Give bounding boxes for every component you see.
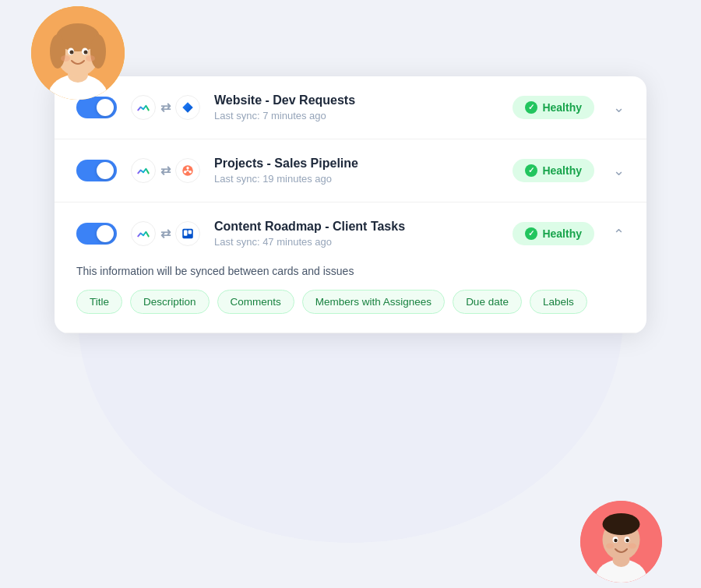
tag-description: Description [130,290,210,314]
trello-icon [175,221,200,246]
integration-name-website: Website - Dev Requests [214,93,498,107]
chevron-content[interactable]: ⌄ [613,225,625,242]
tags-row: Title Description Comments Members with … [76,290,625,314]
hubspot-icon [175,158,200,183]
avatar-bottom [580,501,662,583]
scene: ⇄ Website - Dev Requests [16,14,685,575]
sync-arrows-1: ⇄ [160,100,171,114]
integration-sync-website: Last sync: 7 minutes ago [214,110,498,121]
integration-info-website: Website - Dev Requests Last sync: 7 minu… [214,93,498,121]
toggle-content[interactable] [76,223,117,245]
chevron-website[interactable]: ⌄ [613,99,625,116]
health-badge-content: Healthy [513,222,594,245]
svg-point-31 [625,538,629,541]
integration-sync-sales: Last sync: 19 minutes ago [214,173,498,185]
svg-point-9 [70,50,74,54]
svg-rect-22 [188,230,192,234]
avatar-bottom-image [580,501,662,583]
integration-name-sales: Projects - Sales Pipeline [214,157,498,171]
health-badge-sales: Healthy [513,159,594,182]
svg-rect-21 [184,230,188,235]
sync-info-text: This information will be synced between … [76,265,625,277]
avatar-top-image [31,6,125,100]
health-label-website: Healthy [542,101,582,114]
svg-point-33 [629,543,636,548]
svg-point-6 [90,34,106,69]
main-card: ⇄ Website - Dev Requests [55,76,646,333]
health-label-content: Healthy [542,227,582,240]
sync-arrows-3: ⇄ [160,226,171,241]
clickup-icon-2 [131,158,156,183]
clickup-icon [131,95,156,120]
svg-point-32 [606,543,614,548]
tag-due-date: Due date [453,290,522,314]
integration-row-sales: ⇄ Projects - Sales Pipeline La [55,139,646,202]
health-dot-website [525,101,537,114]
expanded-content: This information will be synced between … [55,265,646,333]
clickup-icon-3 [131,221,156,246]
tag-title: Title [76,290,122,314]
svg-point-12 [86,55,95,62]
toggle-sales[interactable] [76,160,117,181]
tag-comments: Comments [217,290,294,314]
avatar-top [31,6,125,100]
sync-arrows-2: ⇄ [160,163,171,178]
health-badge-website: Healthy [513,96,594,119]
chevron-sales[interactable]: ⌄ [613,162,625,179]
svg-point-27 [603,513,640,535]
health-dot-sales [525,164,537,177]
tag-labels: Labels [530,290,587,314]
svg-point-14 [186,166,188,168]
integration-row-website: ⇄ Website - Dev Requests [55,76,646,139]
integration-info-sales: Projects - Sales Pipeline Last sync: 19 … [214,157,498,185]
icons-group-sales: ⇄ [131,158,200,183]
toggle-website[interactable] [76,97,117,118]
icons-group-content: ⇄ [131,221,200,246]
tag-members: Members with Assignees [302,290,445,314]
integration-sync-content: Last sync: 47 minutes ago [214,236,498,248]
jira-icon [175,95,200,120]
svg-point-5 [50,34,65,69]
svg-point-11 [61,55,70,62]
integration-name-content: Content Roadmap - Client Tasks [214,220,498,234]
svg-point-30 [614,538,617,541]
health-dot-content [525,227,537,240]
svg-point-10 [84,50,88,54]
icons-group-website: ⇄ [131,95,200,120]
health-label-sales: Healthy [542,164,582,177]
integration-info-content: Content Roadmap - Client Tasks Last sync… [214,220,498,248]
integration-row-content: ⇄ Content Roadmap - Client Tasks Last sy… [55,202,646,265]
